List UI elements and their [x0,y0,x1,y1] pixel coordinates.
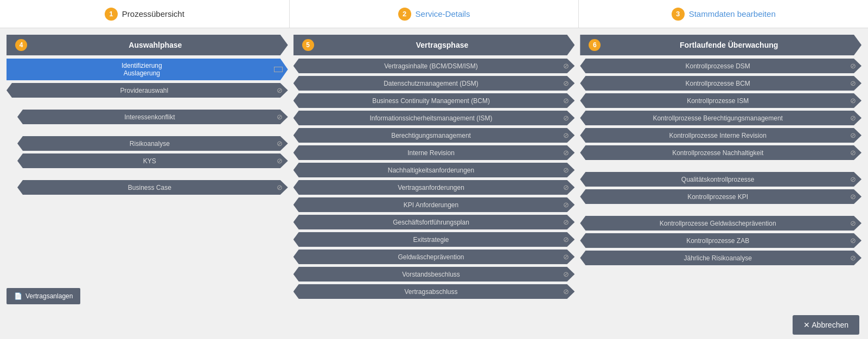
item-identifizierung[interactable]: IdentifizierungAuslagerung [7,59,288,80]
blocked-icon [277,86,283,94]
blocked-icon [563,270,569,278]
phase-label-4: Auswahlphase [31,41,279,49]
blocked-icon [563,114,569,122]
tab-label-2: Service-Details [416,9,470,18]
item-label: KYS [23,157,277,165]
item-vertragsinhalte[interactable]: Vertragsinhalte (BCM/DSM/ISM) [293,59,575,73]
tab-prozessübersicht[interactable]: 1 Prozessübersicht [0,0,290,28]
item-vertragsanforderungen[interactable]: Vertragsanforderungen [293,180,575,195]
blocked-icon [277,113,283,121]
tab-number-1: 1 [105,8,118,21]
blocked-icon [563,79,569,87]
phase-number-5: 5 [302,39,314,51]
vertragsanlagen-button[interactable]: 📄 Vertragsanlagen [7,288,80,304]
main-content: 4 Auswahlphase IdentifizierungAuslagerun… [0,28,868,311]
phase-label-5: Vertragsphase [318,41,566,49]
item-ism[interactable]: Informationssicherheitsmanagement (ISM) [293,111,575,125]
item-jaehrliche-risikoanalyse[interactable]: Jährliche Risikoanalyse [580,251,861,265]
item-kp-geldwaesche[interactable]: Kontrollprozesse Geldwäscheprävention [580,216,861,231]
blocked-icon [850,114,856,122]
blocked-icon [563,97,569,105]
item-bcm[interactable]: Business Continuity Management (BCM) [293,93,575,108]
blocked-icon [563,235,569,244]
fortlaufend-items: Kontrollprozesse DSM Kontrollprozesse BC… [580,59,861,265]
file-icon: 📄 [14,292,22,300]
blocked-icon [563,253,569,261]
item-interessenkonflikt[interactable]: Interessenkonflikt [17,110,288,124]
item-label: Risikoanalyse [23,140,277,148]
item-geldwaesche[interactable]: Geldwäscheprävention [293,250,575,264]
phase-header-5: 5 Vertragsphase [293,35,575,55]
blocked-icon [277,183,283,191]
blocked-icon [563,183,569,191]
blocked-icon [850,149,856,157]
item-label: IdentifizierungAuslagerung [12,62,272,77]
item-berechtigungsmanagement[interactable]: Berechtigungsmanagement [293,128,575,143]
blocked-icon [563,201,569,209]
blocked-icon [563,166,569,174]
item-kp-zab[interactable]: Kontrollprozesse ZAB [580,233,861,248]
tab-label-1: Prozessübersicht [122,9,184,18]
item-label: Interessenkonflikt [23,113,277,121]
item-exitstrategie[interactable]: Exitstrategie [293,232,575,247]
vertragsphase-items: Vertragsinhalte (BCM/DSM/ISM) Datenschut… [293,59,575,299]
tab-label-3: Stammdaten bearbeiten [689,9,776,18]
tab-service-details[interactable]: 2 Service-Details [290,0,579,28]
auswahlphase-items: IdentifizierungAuslagerung Providerauswa… [7,59,288,195]
phase-number-6: 6 [589,39,601,51]
tab-number-2: 2 [398,8,411,21]
blocked-icon [850,131,856,139]
phase-number-4: 4 [15,39,27,51]
item-kp-ism[interactable]: Kontrollprozesse ISM [580,93,861,108]
tab-stammdaten[interactable]: 3 Stammdaten bearbeiten [579,0,868,28]
item-vorstandsbeschluss[interactable]: Vorstandsbeschluss [293,267,575,282]
column-auswahlphase: 4 Auswahlphase IdentifizierungAuslagerun… [7,35,288,304]
item-kp-berechtigungsmanagement[interactable]: Kontrollprozesse Berechtigungsmanagement [580,111,861,125]
blocked-icon [850,97,856,105]
blocked-icon [850,193,856,201]
blocked-icon [850,236,856,245]
item-kp-dsm[interactable]: Kontrollprozesse DSM [580,59,861,73]
item-label: Providerauswahl [12,87,277,94]
item-qualitaetskontrolle[interactable]: Qualitätskontrollprozesse [580,172,861,187]
item-kp-bcm[interactable]: Kontrollprozesse BCM [580,76,861,91]
item-kp-kpi[interactable]: Kontrollprozesse KPI [580,189,861,204]
phase-header-6: 6 Fortlaufende Überwachung [580,35,861,55]
item-geschaeftsfortfuehrung[interactable]: Geschäftsfortführungsplan [293,215,575,229]
item-kp-nachhaltigkeit[interactable]: Kontrollprozesse Nachhaltigkeit [580,145,861,160]
bottom-bar: ✕ Abbrechen [0,311,868,339]
blocked-icon [850,175,856,183]
item-datenschutz[interactable]: Datenschutzmanagement (DSM) [293,76,575,91]
blocked-icon [563,218,569,226]
blocked-icon [563,62,569,70]
item-risikoanalyse[interactable]: Risikoanalyse [17,136,288,151]
blocked-icon [563,131,569,139]
blocked-icon [850,254,856,262]
blocked-icon [277,157,283,165]
top-navigation: 1 Prozessübersicht 2 Service-Details 3 S… [0,0,868,28]
item-providerauswahl[interactable]: Providerauswahl [7,83,288,98]
blocked-icon [850,219,856,227]
item-kp-interne-revision[interactable]: Kontrollprozesse Interne Revision [580,128,861,143]
blocked-icon [277,139,283,148]
item-kpi-anforderungen[interactable]: KPI Anforderungen [293,197,575,212]
blocked-icon [563,287,569,296]
item-interne-revision[interactable]: Interne Revision [293,145,575,160]
phase-header-4: 4 Auswahlphase [7,35,288,55]
item-kys[interactable]: KYS [17,153,288,168]
edit-icon [274,67,283,72]
column-fortlaufend: 6 Fortlaufende Überwachung Kontrollproze… [580,35,861,304]
phase-label-6: Fortlaufende Überwachung [605,41,853,49]
item-nachhaltigkeit[interactable]: Nachhaltigkeitsanforderungen [293,163,575,177]
blocked-icon [850,79,856,87]
item-label: Business Case [23,184,277,191]
column-vertragsphase: 5 Vertragsphase Vertragsinhalte (BCM/DSM… [293,35,575,304]
abbrechen-button[interactable]: ✕ Abbrechen [793,315,859,335]
vertragsanlagen-label: Vertragsanlagen [25,292,73,300]
item-business-case[interactable]: Business Case [17,180,288,195]
blocked-icon [563,149,569,157]
tab-number-3: 3 [672,8,685,21]
blocked-icon [850,62,856,70]
item-vertragsabschluss[interactable]: Vertragsabschluss [293,284,575,299]
